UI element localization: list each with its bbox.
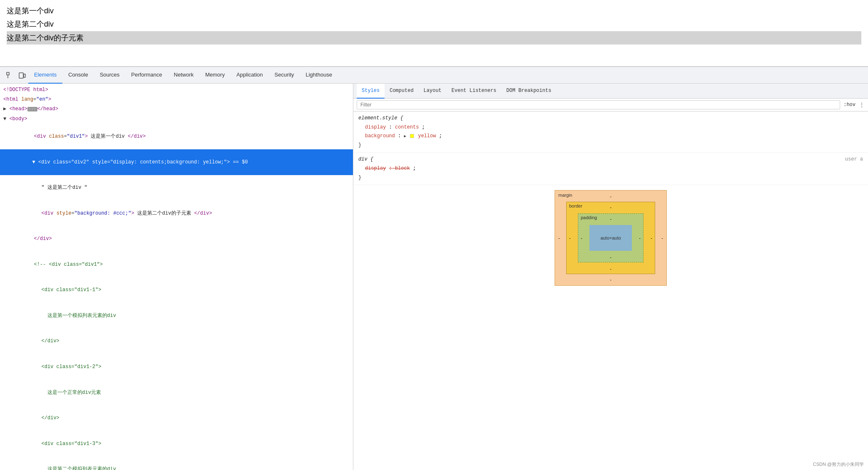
margin-label: margin [558,193,572,198]
rule-prop-display-div: display [365,166,386,171]
padding-top-value[interactable]: - [610,216,612,221]
box-content-layer: auto×auto [589,225,632,251]
styles-filter-bar: :hov ⋮ [353,99,868,111]
rule-prop-background: background [365,133,395,139]
border-top-value[interactable]: - [610,205,612,210]
code-div2-child: <div style="background: #ccc;"> 这是第二个div… [0,200,353,226]
tab-performance[interactable]: Performance [126,67,168,84]
code-div1-1-text: 这是第一个模拟列表元素的div [0,303,353,329]
page-content: 这是第一个div 这是第二个div 这是第二个div的子元素 [0,0,868,67]
code-div1-3-text: 这是第二个模拟列表元素的div [0,457,353,470]
code-div1-2-open: <div class="div1-2"> [0,354,353,380]
tab-sources[interactable]: Sources [94,67,126,84]
subtab-layout[interactable]: Layout [419,84,446,99]
svg-rect-2 [19,73,23,78]
rule-val-display: contents [395,124,419,130]
border-right-value[interactable]: - [651,235,652,240]
code-body-open: ▼ <body> [0,114,353,124]
code-div1: <div class="div1"> 这是第一个div </div> [0,124,353,150]
elements-panel: <!DOCTYPE html> <html lang="en"> ▶ <head… [0,84,353,470]
code-div1-2-text: 这是一个正常的div元素 [0,380,353,406]
styles-hov-button[interactable]: :hov [843,102,856,108]
margin-left-value[interactable]: - [558,235,560,240]
code-div2[interactable]: ▼ <div class="div2" style="display: cont… [0,149,353,175]
styles-more-icon[interactable]: ⋮ [859,101,865,109]
code-div1-3-open: <div class="div1-3"> [0,431,353,457]
device-icon[interactable] [16,69,28,82]
code-div1-1-open: <div class="div1-1"> [0,277,353,303]
styles-panel: Styles Computed Layout Event Listeners D… [353,84,868,470]
rule-selector-element: element.style { [358,115,403,121]
code-html-open: <html lang="en"> [0,95,353,104]
margin-top-value[interactable]: - [610,194,612,199]
style-rule-element: element.style { display : contents ; bac… [353,111,868,153]
tab-security[interactable]: Security [269,67,300,84]
box-model-container: margin - - - - border - - - - [353,185,868,291]
code-div2-close: </div> [0,226,353,252]
styles-subtabs: Styles Computed Layout Event Listeners D… [353,84,868,99]
code-head[interactable]: ▶ <head>···</head> [0,104,353,114]
devtools-body: <!DOCTYPE html> <html lang="en"> ▶ <head… [0,84,868,470]
padding-left-value[interactable]: - [581,235,582,240]
subtab-dom-breakpoints[interactable]: DOM Breakpoints [501,84,556,99]
box-model: margin - - - - border - - - - [555,190,667,286]
tab-network[interactable]: Network [168,67,200,84]
code-div1-1-close: </div> [0,329,353,354]
svg-rect-0 [7,72,9,75]
page-line1: 这是第一个div [7,4,861,17]
rule-close-brace: } [358,142,361,148]
margin-right-value[interactable]: - [661,235,663,240]
border-left-value[interactable]: - [569,235,571,240]
color-arrow-icon[interactable]: ▶ [404,133,406,140]
border-label: border [569,203,582,208]
subtab-styles[interactable]: Styles [357,84,385,99]
tab-elements[interactable]: Elements [28,67,62,84]
content-size-label[interactable]: auto×auto [600,235,621,240]
devtools-panel: Elements Console Sources Performance Net… [0,67,868,470]
code-doctype: <!DOCTYPE html> [0,85,353,95]
inspect-icon[interactable] [3,69,16,82]
margin-bottom-value[interactable]: - [610,277,612,282]
styles-filter-input[interactable] [357,100,840,109]
padding-label: padding [581,215,597,220]
rule-origin-label: user a [845,155,863,164]
tab-memory[interactable]: Memory [200,67,231,84]
subtab-computed[interactable]: Computed [385,84,419,99]
svg-rect-3 [24,74,25,77]
padding-bottom-value[interactable]: - [610,255,612,260]
tab-application[interactable]: Application [231,67,269,84]
rule-selector-div: div { [358,156,373,162]
page-line3: 这是第二个div的子元素 [7,31,861,45]
watermark: CSDN @努力的小朱同学 [813,461,864,468]
subtab-event-listeners[interactable]: Event Listeners [446,84,501,99]
border-bottom-value[interactable]: - [610,266,612,271]
code-comment-start: <!-- <div class="div1"> [0,252,353,278]
tab-console[interactable]: Console [62,67,94,84]
padding-right-value[interactable]: - [639,235,641,240]
page-line2: 这是第二个div [7,17,861,31]
color-swatch-yellow[interactable] [410,134,414,138]
rule-val-background: yellow [418,133,436,139]
code-div1-2-close: </div> [0,406,353,431]
rule-close-brace-div: } [358,175,361,181]
style-rule-div: div { user a display : block ; } [353,153,868,185]
tab-lighthouse[interactable]: Lighthouse [300,67,338,84]
rule-prop-display: display [365,124,386,130]
devtools-toolbar: Elements Console Sources Performance Net… [0,67,868,84]
code-div2-text: " 这是第二个div " [0,175,353,201]
